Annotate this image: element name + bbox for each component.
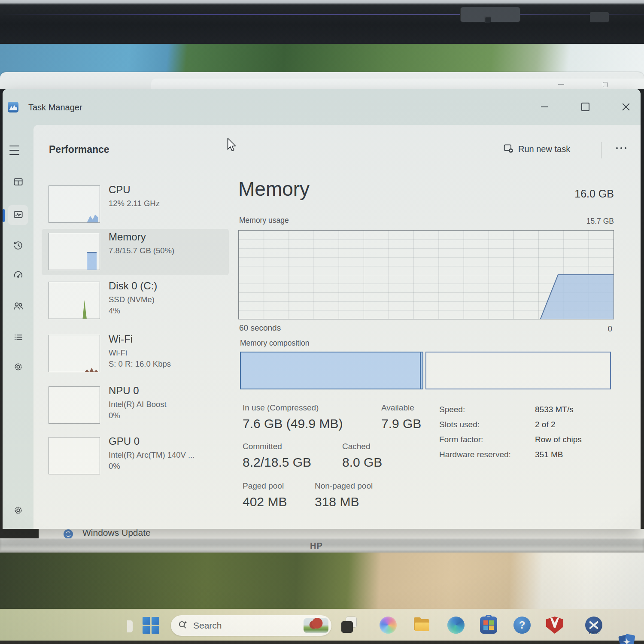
sidebar-item-services[interactable] <box>8 358 28 377</box>
timeline-end-label: 0 <box>608 324 612 334</box>
sidebar-item-app-history[interactable] <box>8 236 28 256</box>
perf-item-title: CPU <box>109 184 160 196</box>
monitor-bezel-band: HP <box>0 538 644 553</box>
detail-slots-value: 2 of 2 <box>535 420 556 429</box>
stat-in-use: In use (Compressed) 7.6 GB (49.9 MB) <box>243 403 343 431</box>
perf-item-stat: Intel(R) Arc(TM) 140V ... <box>109 450 194 461</box>
sidebar-item-users[interactable] <box>8 297 28 316</box>
stat-committed: Committed 8.2/18.5 GB <box>243 442 311 470</box>
header-divider <box>601 142 601 158</box>
task-view-button[interactable] <box>340 617 358 634</box>
detail-speed-value: 8533 MT/s <box>535 405 574 414</box>
perf-item-stat: S: 0 R: 16.0 Kbps <box>109 358 171 370</box>
search-icon <box>178 620 188 632</box>
details-list-icon <box>13 332 24 344</box>
hp-companion-beta-icon[interactable]: BETA <box>585 617 602 634</box>
stat-non-paged-pool: Non-paged pool 318 MB <box>315 481 373 509</box>
minimize-button[interactable] <box>534 89 555 125</box>
search-input[interactable] <box>193 620 288 631</box>
page-title: Performance <box>49 144 109 155</box>
taskbar: ? BETA PRE <box>0 609 644 641</box>
navigation-rail <box>3 125 33 529</box>
settings-window-sliver: Windows Update <box>39 529 644 538</box>
perf-item-wifi[interactable]: Wi-Fi Wi-Fi S: 0 R: 16.0 Kbps <box>42 331 229 383</box>
detail-speed-label: Speed: <box>439 405 465 414</box>
hp-app-pre-icon[interactable]: PRE <box>618 634 635 644</box>
titlebar[interactable]: Task Manager <box>3 89 641 125</box>
background-minimize-icon <box>558 84 564 88</box>
performance-icon <box>13 209 24 222</box>
settings-gear-icon <box>13 505 24 517</box>
copilot-icon[interactable] <box>380 617 397 634</box>
detail-hw-reserved-value: 351 MB <box>535 450 563 459</box>
mouse-cursor <box>227 138 237 155</box>
usage-scale-max: 15.7 GB <box>586 217 614 226</box>
sidebar-item-startup-apps[interactable] <box>8 265 28 285</box>
perf-item-npu[interactable]: NPU 0 Intel(R) AI Boost 0% <box>42 383 229 434</box>
maximize-button[interactable] <box>575 89 595 125</box>
close-button[interactable] <box>616 89 636 125</box>
perf-item-memory[interactable]: Memory 7.8/15.7 GB (50%) <box>42 229 229 275</box>
bing-daily-image[interactable] <box>304 618 328 633</box>
desktop-wallpaper-bottom <box>0 553 644 609</box>
settings-nav-windows-update[interactable]: Windows Update <box>82 529 151 538</box>
settings-window-top-edge <box>151 79 644 89</box>
mcafee-icon[interactable] <box>546 617 563 634</box>
webcam-privacy-shutter <box>590 12 609 22</box>
performance-panel: Performance Run new task CPU 12% 2.11 GH… <box>33 125 641 529</box>
task-manager-window: Task Manager <box>3 89 641 529</box>
stat-available: Available 7.9 GB <box>381 403 421 431</box>
perf-item-stat: 0% <box>109 461 194 472</box>
perf-item-stat: SSD (NVMe) <box>109 294 157 305</box>
perf-item-disk[interactable]: Disk 0 (C:) SSD (NVMe) 4% <box>42 278 229 329</box>
services-gear-icon <box>13 361 24 374</box>
perf-item-gpu[interactable]: GPU 0 Intel(R) Arc(TM) 140V ... 0% <box>42 433 229 485</box>
microsoft-store-icon[interactable] <box>480 617 497 634</box>
file-explorer-icon[interactable] <box>413 617 430 634</box>
edge-browser-icon[interactable] <box>447 617 465 634</box>
sidebar-item-processes[interactable] <box>8 173 28 192</box>
screen-top-bezel <box>0 0 644 44</box>
bezel-reflection <box>0 14 644 15</box>
detail-hw-reserved-label: Hardware reserved: <box>439 450 511 459</box>
run-new-task-icon <box>503 143 513 155</box>
perf-item-stat: Intel(R) AI Boost <box>109 399 167 410</box>
background-maximize-icon <box>603 82 608 87</box>
detail-form-factor-value: Row of chips <box>535 435 582 444</box>
perf-item-stat: 12% 2.11 GHz <box>109 198 160 209</box>
beta-badge: BETA <box>589 631 599 635</box>
memory-composition-bar <box>240 352 611 389</box>
sidebar-item-settings[interactable] <box>8 501 28 521</box>
perf-item-cpu[interactable]: CPU 12% 2.11 GHz <box>42 182 229 228</box>
usage-chart-label: Memory usage <box>239 216 289 225</box>
get-help-icon[interactable]: ? <box>513 617 531 634</box>
more-options-button[interactable] <box>611 147 632 149</box>
memory-mini-graph <box>49 233 100 270</box>
run-new-task-label: Run new task <box>518 144 570 154</box>
cpu-mini-graph <box>49 185 100 223</box>
sidebar-item-details[interactable] <box>8 328 28 348</box>
laptop-photo: Task Manager <box>0 0 644 644</box>
composition-chart-label: Memory composition <box>240 339 309 348</box>
perf-item-title: Memory <box>109 231 174 243</box>
menu-toggle-button[interactable] <box>9 145 27 156</box>
composition-in-use-segment <box>240 352 423 389</box>
start-button[interactable] <box>143 617 160 634</box>
composition-free-segment <box>425 352 611 389</box>
detail-form-factor-label: Form factor: <box>439 435 483 444</box>
memory-capacity: 16.0 GB <box>574 188 614 200</box>
selected-indicator <box>3 209 5 222</box>
detail-slots-label: Slots used: <box>439 420 480 429</box>
widgets-icon[interactable] <box>127 620 133 632</box>
history-clock-icon <box>13 240 24 252</box>
stat-cached: Cached 8.0 GB <box>342 442 382 470</box>
sidebar-item-performance[interactable] <box>8 205 28 225</box>
run-new-task-button[interactable]: Run new task <box>503 143 570 155</box>
taskbar-search[interactable] <box>171 615 331 636</box>
windows-update-icon <box>64 529 73 538</box>
memory-usage-graph <box>238 230 614 319</box>
task-manager-app-icon <box>8 102 18 112</box>
perf-item-title: Wi-Fi <box>109 333 171 345</box>
webcam-lens <box>484 16 491 23</box>
npu-mini-graph <box>49 386 100 424</box>
